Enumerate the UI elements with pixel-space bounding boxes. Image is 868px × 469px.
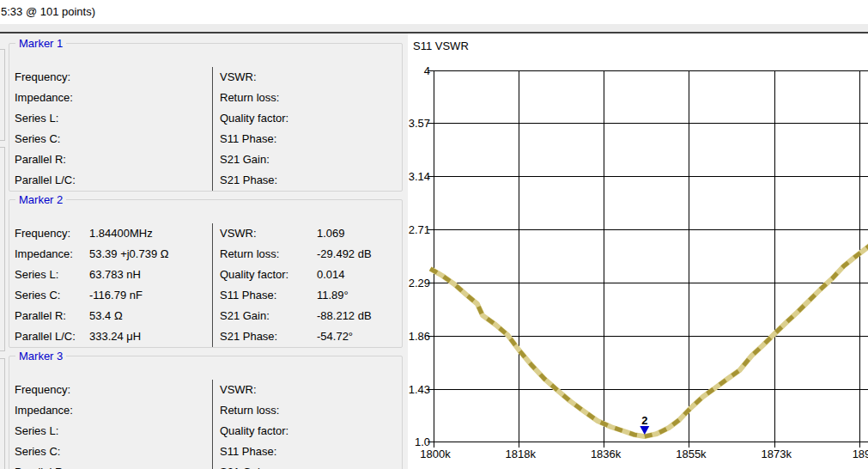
marker-field-value [317,129,398,149]
marker-field-label: Series L: [15,265,89,285]
marker-field-value [317,462,398,469]
marker-field-row: VSWR: [220,380,398,400]
marker-field-label: VSWR: [220,380,317,400]
marker-field-label: S11 Phase: [220,285,317,306]
s11-vswr-chart[interactable]: S11 VSWR 43.573.142.712.291.861.431.0180… [408,34,868,469]
marker-field-row: Impedance:53.39 +j0.739 Ω [15,244,209,265]
marker-field-label: Parallel L/C: [15,170,89,191]
marker1-panel-title: Marker 1 [15,37,66,50]
marker-field-label: Parallel R: [15,149,89,170]
column-divider [212,67,213,191]
y-tick-label: 3.57 [409,117,430,130]
x-tick-label: 1836k [591,448,622,460]
marker-field-row: Parallel R:53.4 Ω [15,306,209,326]
marker-field-row: Series L: [15,421,209,442]
marker-field-row: VSWR: [220,67,398,88]
marker-field-label: Parallel R: [15,462,89,469]
marker-field-value [89,108,209,129]
y-tick-label: 2.71 [409,223,430,236]
window-titlebar[interactable]: 5:33 @ 101 points) [0,0,868,24]
marker-field-label: Impedance: [15,400,89,421]
marker-field-row: Parallel R: [15,149,209,170]
marker-field-row: Series L:63.783 nH [15,265,209,285]
marker-field-row: S21 Phase: [220,170,398,191]
marker-field-value: 1.069 [317,223,398,244]
marker-field-label: Series L: [15,108,89,129]
marker-field-label: Quality factor: [220,108,317,129]
marker3-panel-title: Marker 3 [15,350,66,362]
marker-field-value [317,400,398,421]
marker-field-value [89,462,209,469]
marker-field-value [89,170,209,191]
marker-field-value: 1.84400MHz [89,223,209,244]
marker-field-row: Return loss:-29.492 dB [220,244,398,265]
marker-field-value [317,108,398,129]
marker-field-value [89,380,209,400]
marker-field-value [89,88,209,108]
marker-field-row: Series L: [15,108,209,129]
marker-field-row: VSWR:1.069 [220,223,398,244]
marker-field-row: Return loss: [220,400,398,421]
marker-field-row: Frequency: [15,380,209,400]
marker2-left-column: Frequency:1.84400MHzImpedance:53.39 +j0.… [15,223,209,347]
marker-field-label: VSWR: [220,223,317,244]
marker-field-row: Impedance: [15,88,209,108]
marker-field-label: Parallel L/C: [15,326,89,347]
vswr-plot[interactable]: 43.573.142.712.291.861.431.01800k1818k18… [408,34,868,469]
marker-field-row: S11 Phase: [220,442,398,462]
x-tick-label: 189 [853,448,868,460]
marker-field-value [89,149,209,170]
y-tick-label: 3.14 [409,170,430,183]
marker-field-value [89,421,209,442]
marker-field-label: S21 Phase: [220,170,317,191]
marker-field-row: Quality factor:0.014 [220,265,398,285]
app-window: { "window": { "title_fragment": "5:33 @ … [0,0,868,469]
marker-field-row: S21 Gain: [220,462,398,469]
marker-field-row: Impedance: [15,400,209,421]
marker-field-row: Quality factor: [220,421,398,442]
marker-field-value [317,380,398,400]
marker-field-row: Return loss: [220,88,398,108]
marker-field-value [317,421,398,442]
y-tick-label: 1.86 [409,330,430,343]
marker2-right-column: VSWR:1.069Return loss:-29.492 dBQuality … [220,223,398,347]
marker-field-value: -54.72° [317,326,398,347]
marker-field-label: Frequency: [15,380,89,400]
marker-field-label: VSWR: [220,67,317,88]
marker2-panel: Marker 2 Frequency:1.84400MHzImpedance:5… [9,199,403,348]
window-title: 5:33 @ 101 points) [1,5,95,18]
column-divider [212,380,213,469]
marker1-left-column: Frequency:Impedance:Series L:Series C:Pa… [15,67,209,191]
marker-field-label: Quality factor: [220,421,317,442]
marker-field-value: 11.89° [317,285,398,306]
marker-field-row: S21 Gain: [220,149,398,170]
marker-field-value: 333.24 μH [89,326,209,347]
x-tick-label: 1873k [761,448,792,460]
toolbar-strip [0,24,868,32]
marker-field-label: Impedance: [15,88,89,108]
marker-field-value: 53.39 +j0.739 Ω [89,244,209,265]
marker-field-value [89,129,209,149]
chart-title: S11 VSWR [413,40,469,52]
marker-field-row: Series C:-116.79 nF [15,285,209,306]
marker-field-label: Quality factor: [220,265,317,285]
marker-field-row: Parallel R: [15,462,209,469]
chart-marker-2-label: 2 [641,414,647,427]
marker3-left-column: Frequency:Impedance:Series L:Series C:Pa… [15,380,209,469]
marker-field-value: -88.212 dB [317,306,398,326]
clipped-panel-edge [0,49,5,141]
marker-field-row: Frequency:1.84400MHz [15,223,209,244]
marker-field-value [317,149,398,170]
x-tick-label: 1855k [676,448,707,460]
marker-field-label: S21 Gain: [220,462,317,469]
clipped-panel-edge [0,358,5,469]
marker-field-value: 63.783 nH [89,265,209,285]
marker-field-label: S21 Gain: [220,306,317,326]
marker-field-value: -116.79 nF [89,285,209,306]
marker-field-value [317,67,398,88]
x-tick-label: 1800k [420,448,451,460]
marker-field-value [317,88,398,108]
marker-field-label: S11 Phase: [220,129,317,149]
marker-field-row: Quality factor: [220,108,398,129]
marker-field-value [89,400,209,421]
